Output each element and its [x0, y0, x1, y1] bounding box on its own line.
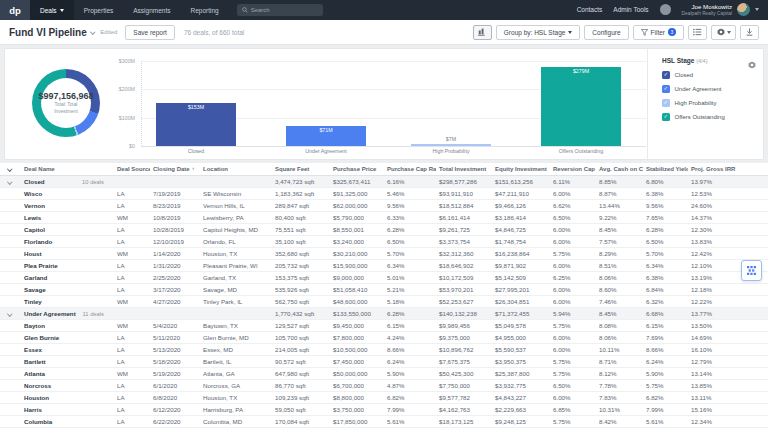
- cell-deal-name[interactable]: Wisco: [14, 188, 114, 199]
- cell-deal-name[interactable]: Houston: [14, 392, 114, 403]
- nav-item-properties[interactable]: Properties: [74, 0, 124, 20]
- table-row[interactable]: Plea PrairieLA1/31/2020Pleasant Prairie,…: [0, 260, 768, 272]
- legend-item-high-probability[interactable]: ✓High Probability: [662, 99, 763, 107]
- table-row[interactable]: Glen BurnieLA5/11/2020Glen Burnie, MD105…: [0, 332, 768, 344]
- list-view-button[interactable]: [688, 25, 707, 40]
- user-menu[interactable]: Joe Moskowitz Dealpath Realty Capital: [682, 3, 759, 17]
- cell-deal-name[interactable]: Atlanta: [14, 368, 114, 379]
- table-row[interactable]: HoustonLA6/8/2020Houston, TX109,239 sqft…: [0, 392, 768, 404]
- column-header-deal-source[interactable]: Deal Source: [114, 163, 150, 175]
- column-header-closing-date[interactable]: Closing Date↑: [150, 163, 200, 175]
- cell-deal-name[interactable]: Tinley: [14, 296, 114, 307]
- table-row[interactable]: ElkridgeLA7/13/2020Elkridge, MD52,805 sq…: [0, 428, 768, 432]
- cell-deal-name[interactable]: Lewis: [14, 212, 114, 223]
- table-row[interactable]: TinleyWM4/27/2020Tinley Park, IL562,750 …: [0, 296, 768, 308]
- table-row[interactable]: HoustWM1/14/2020Houston, TX352,680 sqft$…: [0, 248, 768, 260]
- legend-gear-button[interactable]: [748, 55, 756, 73]
- table-row[interactable]: BartlettLA5/18/2020Bartlett, IL90,572 sq…: [0, 356, 768, 368]
- table-row[interactable]: ColumbiaLA6/22/2020Columbia, MD170,084 s…: [0, 416, 768, 428]
- cell-deal-name[interactable]: Bayton: [14, 320, 114, 331]
- chevron-down-icon[interactable]: [7, 179, 12, 184]
- column-header-deal-name[interactable]: Deal Name: [14, 163, 114, 175]
- bar-under-agreement[interactable]: $71M: [286, 126, 366, 146]
- checkbox-icon[interactable]: ✓: [662, 99, 670, 107]
- group-by-button[interactable]: Group by: HSL Stage: [496, 25, 581, 40]
- donut-chart[interactable]: $997,156,968 Total: Total Investment: [32, 69, 100, 137]
- cell-deal-name[interactable]: Florlando: [14, 236, 114, 247]
- nav-item-reporting[interactable]: Reporting: [180, 0, 228, 20]
- column-header-location[interactable]: Location: [200, 163, 272, 175]
- column-header-expander[interactable]: [0, 163, 14, 175]
- search-input[interactable]: Search: [237, 4, 323, 16]
- bar-closed[interactable]: $153M: [156, 103, 236, 146]
- table-row[interactable]: WiscoLA7/19/2019SE Wisconsin1,183,362 sq…: [0, 188, 768, 200]
- cell-avg-cash-on-cash: 10.11%: [596, 344, 643, 355]
- nav-item-admin-tools[interactable]: Admin Tools: [613, 6, 648, 13]
- cell-deal-name[interactable]: Essex: [14, 344, 114, 355]
- chevron-down-icon[interactable]: [90, 30, 95, 35]
- configure-button[interactable]: Configure: [584, 25, 628, 40]
- group-row-under-agreement[interactable]: Under Agreement11 deals1,770,432 sqft$13…: [0, 308, 768, 320]
- column-header-total-investment[interactable]: Total Investment: [436, 163, 492, 175]
- table-row[interactable]: LewisWM10/8/2019Lewisberry, PA80,400 sqf…: [0, 212, 768, 224]
- column-header-reversion-cap-rate[interactable]: Reversion Cap Rate: [550, 163, 596, 175]
- column-header-stabilized-yield[interactable]: Stabilized Yield: [643, 163, 688, 175]
- widget-launcher-button[interactable]: [741, 260, 762, 281]
- legend-title-text: HSL Stage: [662, 57, 694, 64]
- checkbox-icon[interactable]: ✓: [662, 85, 670, 93]
- cell-deal-name[interactable]: Columbia: [14, 416, 114, 427]
- group-row-closed[interactable]: Closed10 deals3,474,723 sqft$325,673,411…: [0, 176, 768, 188]
- nav-item-assignments[interactable]: Assignments: [123, 0, 180, 20]
- filter-button[interactable]: Filter 3: [633, 25, 684, 40]
- cell-deal-name[interactable]: Plea Prairie: [14, 260, 114, 271]
- bar-high-probability[interactable]: $7M: [411, 144, 491, 146]
- cell-deal-name[interactable]: Glen Burnie: [14, 332, 114, 343]
- table-row[interactable]: EssexLA5/13/2020Essex, MD214,005 sqft$10…: [0, 344, 768, 356]
- cell-deal-name[interactable]: Capitol: [14, 224, 114, 235]
- table-row[interactable]: GarlandLA2/25/2020Garland, TX153,375 sqf…: [0, 272, 768, 284]
- download-button[interactable]: [740, 25, 759, 40]
- nav-item-deals[interactable]: Deals: [30, 0, 74, 20]
- settings-button[interactable]: [711, 25, 736, 40]
- legend-item-offers-outstanding[interactable]: ✓Offers Outstanding: [662, 113, 763, 121]
- column-header-avg-cash-on-cash[interactable]: Avg. Cash on Cash: [596, 163, 643, 175]
- column-header-equity-investment[interactable]: Equity Investment: [492, 163, 550, 175]
- cell-deal-name[interactable]: Harris: [14, 404, 114, 415]
- cell-deal-name[interactable]: Vernon: [14, 200, 114, 211]
- cell-avg-cash-on-cash: 13.44%: [596, 200, 643, 211]
- group-expander[interactable]: [0, 308, 14, 319]
- legend-item-under-agreement[interactable]: ✓Under Agreement: [662, 85, 763, 93]
- table-row[interactable]: CapitolLA10/28/2019Capitol Heights, MD75…: [0, 224, 768, 236]
- nav-item-contacts[interactable]: Contacts: [577, 6, 603, 13]
- cell-total-investment: $7,675,375: [436, 356, 492, 367]
- cell-deal-name[interactable]: Bartlett: [14, 356, 114, 367]
- chevron-down-icon[interactable]: [7, 167, 12, 172]
- notifications-icon[interactable]: [660, 4, 671, 15]
- checkbox-icon[interactable]: ✓: [662, 71, 670, 79]
- table-row[interactable]: HarrisLA6/12/2020Harrisburg, PA59,050 sq…: [0, 404, 768, 416]
- table-row[interactable]: SavageLA3/17/2020Savage, MD535,926 sqft$…: [0, 284, 768, 296]
- cell-deal-name[interactable]: Savage: [14, 284, 114, 295]
- column-header-purchase-price[interactable]: Purchase Price: [330, 163, 384, 175]
- table-row[interactable]: BaytonWM5/4/2020Baytown, TX129,527 sqft$…: [0, 320, 768, 332]
- chart-view-button[interactable]: [473, 25, 492, 40]
- save-report-button[interactable]: Save report: [125, 25, 175, 40]
- column-header-square-feet[interactable]: Square Feet: [272, 163, 330, 175]
- table-row[interactable]: AtlantaWM5/19/2020Atlanta, GA647,980 sqf…: [0, 368, 768, 380]
- deals-table: Deal NameDeal SourceClosing Date↑Locatio…: [0, 163, 768, 432]
- dealpath-logo[interactable]: dp: [0, 0, 30, 20]
- cell-deal-name[interactable]: Houst: [14, 248, 114, 259]
- checkbox-icon[interactable]: ✓: [662, 113, 670, 121]
- column-header-proj-gross-irr[interactable]: Proj. Gross IRR: [688, 163, 738, 175]
- cell-purchase-price: $51,058,410: [330, 284, 384, 295]
- table-row[interactable]: NorcrossLA6/1/2020Norcross, GA86,770 sqf…: [0, 380, 768, 392]
- cell-deal-name[interactable]: Garland: [14, 272, 114, 283]
- bar-offers-outstanding[interactable]: $279M: [541, 67, 621, 146]
- group-expander[interactable]: [0, 176, 14, 187]
- cell-deal-name[interactable]: Norcross: [14, 380, 114, 391]
- cell-deal-name[interactable]: Elkridge: [14, 428, 114, 432]
- chevron-down-icon[interactable]: [7, 311, 12, 316]
- table-row[interactable]: FlorlandoLA12/10/2019Orlando, FL35,100 s…: [0, 236, 768, 248]
- table-row[interactable]: VernonLA8/23/2019Vernon Hills, IL289,847…: [0, 200, 768, 212]
- column-header-purchase-cap-rate[interactable]: Purchase Cap Rate: [384, 163, 436, 175]
